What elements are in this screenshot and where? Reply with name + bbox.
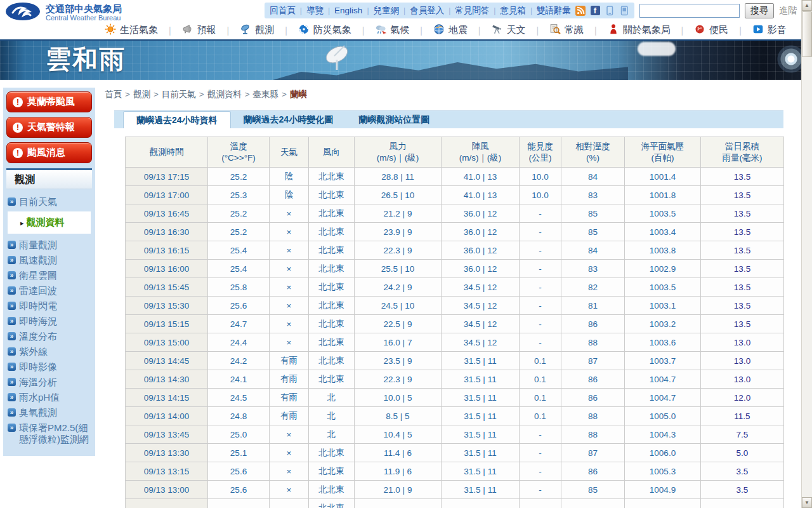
pda-icon[interactable] (619, 6, 629, 16)
breadcrumb-item[interactable]: 蘭嶼 (290, 90, 307, 99)
nav-item-label: 氣候 (390, 24, 409, 36)
sidebar-subitem-觀測資料[interactable]: 觀測資料 (20, 217, 88, 229)
cell-pressure: 1003.1 (625, 297, 701, 315)
cell-time: 09/13 14:45 (126, 352, 208, 370)
cell-rain: 5.0 (701, 444, 784, 462)
sidebar-item-label: 目前天氣 (19, 196, 57, 208)
nav-item-觀測[interactable]: 觀測 (240, 23, 274, 37)
sidebar-item-臭氧觀測[interactable]: 臭氧觀測 (8, 405, 91, 420)
rss-icon[interactable] (575, 6, 586, 16)
alert-button-颱風消息[interactable]: 颱風消息 (6, 142, 92, 163)
cell-temp: 24.8 (208, 407, 270, 425)
nav-item-氣候[interactable]: 氣候 (375, 23, 409, 37)
sidebar-item-即時海況[interactable]: 即時海況 (8, 314, 91, 329)
cell-wind: 28.8 | 11 (355, 168, 442, 186)
nav-item-防災氣象[interactable]: 防災氣象 (298, 23, 351, 37)
sidebar-item-風速觀測[interactable]: 風速觀測 (8, 253, 91, 268)
cell-visibility: 0.1 (520, 407, 561, 425)
top-link[interactable]: 常見問答 (455, 5, 489, 17)
cell-time: 09/13 16:30 (126, 223, 208, 241)
cell-wind_dir: 北北東 (309, 241, 355, 260)
facebook-icon[interactable] (590, 6, 600, 16)
cell-temp: 25.2 (208, 168, 270, 186)
cell-time: 09/13 17:00 (126, 186, 208, 204)
tab-蘭嶼過去24小時變化圖[interactable]: 蘭嶼過去24小時變化圖 (231, 111, 346, 128)
alert-button-label: 颱風消息 (27, 147, 65, 159)
top-link[interactable]: 會員登入 (410, 5, 444, 17)
nav-item-影音[interactable]: 影音 (752, 23, 787, 37)
nav-item-預報[interactable]: 預報 (182, 23, 216, 37)
sidebar-item-即時閃電[interactable]: 即時閃電 (8, 298, 91, 314)
sidebar-item-label: 溫度分布 (19, 331, 57, 342)
breadcrumb-item[interactable]: 臺東縣 (253, 90, 279, 99)
alert-button-天氣警特報[interactable]: 天氣警特報 (6, 117, 92, 138)
cell-weather: × (270, 297, 309, 315)
breadcrumb-item[interactable]: 目前天氣 (162, 90, 196, 99)
cell-rain: 13.5 (701, 278, 784, 297)
column-header-line1: 能見度 (520, 141, 561, 152)
sidebar-item-即時影像[interactable]: 即時影像 (8, 359, 91, 375)
nav-item-生活氣象[interactable]: 生活氣象 (105, 23, 158, 37)
cell-pressure: 1002.9 (625, 260, 701, 278)
breadcrumb-item[interactable]: 觀測資料 (207, 90, 242, 99)
scroll-down-button[interactable] (802, 497, 812, 508)
cell-rain: 13.5 (701, 297, 784, 315)
sidebar-item-目前天氣[interactable]: 目前天氣 (8, 194, 91, 210)
top-link-separator (530, 6, 532, 15)
vertical-scrollbar[interactable] (801, 0, 812, 508)
sidebar-item-海溫分析[interactable]: 海溫分析 (8, 375, 91, 390)
nav-item-天文[interactable]: 天文 (491, 23, 525, 37)
cell-weather: × (270, 260, 309, 278)
top-link[interactable]: 回首頁 (270, 5, 296, 17)
top-link[interactable]: 雙語辭彙 (537, 5, 571, 17)
tab-蘭嶼觀測站位置圖[interactable]: 蘭嶼觀測站位置圖 (346, 111, 442, 128)
column-header-line2: (m/s)｜(級) (355, 152, 441, 164)
breadcrumb-separator (282, 90, 287, 99)
nav-item-常識[interactable]: 常識 (549, 23, 584, 37)
cell-weather: × (270, 462, 309, 481)
scrollbar-thumb[interactable] (802, 11, 812, 57)
logo[interactable]: 交通部中央氣象局 Central Weather Bureau (5, 2, 122, 23)
cell-gust: 34.5 | 12 (442, 315, 520, 333)
sidebar-item-紫外線[interactable]: 紫外線 (8, 344, 91, 359)
search-button[interactable]: 搜尋 (745, 3, 774, 18)
advanced-search-link[interactable]: 進階 (779, 5, 797, 17)
cell-time: 09/13 16:15 (126, 241, 208, 260)
sidebar-item-雷達回波[interactable]: 雷達回波 (8, 283, 91, 298)
table-row: 09/13 16:0025.4×北北東25.5 | 1036.0 | 12-83… (126, 260, 784, 278)
tab-蘭嶼過去24小時資料[interactable]: 蘭嶼過去24小時資料 (123, 111, 231, 128)
nav-separator (227, 25, 230, 36)
cell-rain: 13.5 (701, 186, 784, 204)
nav-item-便民[interactable]: 便民 (694, 23, 728, 37)
sidebar-item-溫度分布[interactable]: 溫度分布 (8, 329, 91, 344)
nav-item-label: 生活氣象 (120, 24, 158, 36)
top-link[interactable]: English (334, 6, 362, 15)
scroll-up-button[interactable] (802, 0, 812, 11)
site-title: 交通部中央氣象局 (46, 3, 122, 14)
mobile-icon[interactable] (605, 6, 615, 16)
sidebar-item-衛星雲圖[interactable]: 衛星雲圖 (8, 268, 91, 283)
cell-visibility: - (520, 315, 561, 333)
top-link[interactable]: 兒童網 (374, 5, 400, 17)
alert-button-莫蘭蒂颱風[interactable]: 莫蘭蒂颱風 (6, 91, 92, 112)
nav-item-地震[interactable]: 地震 (433, 23, 468, 37)
cell-weather: 有雨 (270, 407, 309, 425)
sidebar-item-環保署PM2.5(細懸浮微粒)監測網[interactable]: 環保署PM2.5(細懸浮微粒)監測網 (8, 420, 91, 447)
top-link[interactable]: 導覽 (306, 5, 324, 17)
nav-item-label: 影音 (768, 24, 787, 36)
site-subtitle: Central Weather Bureau (46, 14, 122, 22)
cell-gust: 36.0 | 12 (442, 223, 520, 241)
sidebar-item-雨水pH值[interactable]: 雨水pH值 (8, 390, 91, 405)
nav-item-關於氣象局[interactable]: 關於氣象局 (608, 23, 671, 37)
cell-humidity: 85 (561, 223, 625, 241)
cell-rain: 13.0 (701, 352, 784, 370)
arrow-icon (8, 363, 16, 371)
search-input[interactable] (639, 4, 740, 18)
top-link[interactable]: 意見箱 (500, 5, 526, 17)
cell-weather: 陰 (270, 168, 309, 186)
breadcrumb-item[interactable]: 觀測 (133, 90, 150, 99)
sidebar-item-雨量觀測[interactable]: 雨量觀測 (8, 237, 91, 253)
breadcrumb-item[interactable]: 首頁 (105, 90, 122, 99)
cell-weather: 有雨 (270, 352, 309, 370)
cell-wind: 11.9 | 6 (355, 462, 442, 481)
